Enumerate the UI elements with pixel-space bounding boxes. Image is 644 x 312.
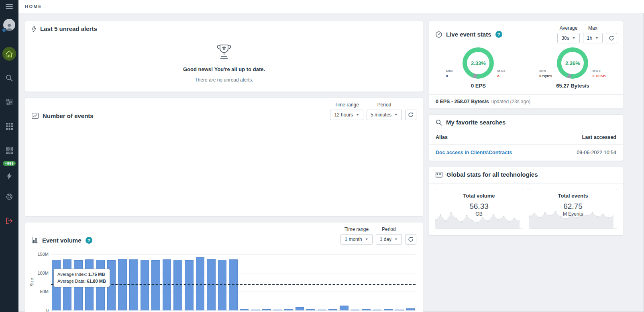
hamburger-menu-icon[interactable]	[0, 0, 18, 13]
sidebar-item-home[interactable]	[2, 47, 16, 61]
sidebar-item-apps[interactable]	[2, 119, 16, 133]
event-volume-chart: Size 150M100M50M0 Average Index: 1.75 MB…	[25, 249, 423, 312]
volume-bar[interactable]	[340, 306, 348, 310]
time-range-select[interactable]: 12 hours ▼	[330, 110, 363, 120]
volume-bar[interactable]	[262, 309, 271, 310]
volume-bar[interactable]	[373, 310, 382, 310]
help-icon[interactable]: ?	[495, 31, 502, 38]
volume-bar[interactable]	[141, 260, 149, 310]
event-volume-title-row: Event volume ?	[32, 237, 92, 245]
sidebar-item-settings[interactable]	[2, 190, 16, 204]
period-value: 1 day	[380, 237, 391, 242]
volume-bar[interactable]	[328, 309, 337, 310]
min-value: 0	[446, 74, 459, 78]
breadcrumb: HOME	[25, 4, 42, 9]
volume-bar[interactable]	[318, 310, 326, 310]
period-select[interactable]: 1 day ▼	[376, 234, 402, 245]
volume-bar[interactable]	[306, 309, 315, 310]
volume-bar[interactable]	[173, 260, 182, 310]
number-of-events-controls: Time range 12 hours ▼ Period 5 minutes ▼	[330, 102, 416, 120]
gridline	[51, 310, 416, 311]
number-of-events-title: Number of events	[43, 112, 94, 119]
bytes-value: 65.27 Bytes/s	[556, 83, 589, 89]
sidebar-item-activity[interactable]	[2, 169, 16, 183]
chart-plot-area: Average Index: 1.75 MB Average Data: 61.…	[51, 254, 416, 310]
eps-gauge: MIN 0 2.33% 0 EPS MAX 3	[446, 47, 511, 89]
tooltip-line2-label: Average Data:	[57, 279, 86, 283]
grid-icon	[6, 123, 13, 130]
bytes-min: MIN 0 Bytes	[539, 69, 553, 78]
live-stats-footer: 0 EPS - 258.07 Bytes/supdated (23s ago)	[429, 94, 623, 108]
sidebar-item-modules[interactable]	[2, 143, 16, 157]
lightning-icon	[32, 26, 36, 32]
total-events-value: 62.75	[529, 202, 617, 211]
volume-bar[interactable]	[273, 310, 282, 310]
volume-bar[interactable]	[395, 310, 404, 310]
max-select[interactable]: 1h ▼	[583, 33, 603, 43]
y-axis-ticks: 150M100M50M0	[35, 254, 51, 310]
favorites-title: My favorite searches	[446, 119, 505, 126]
number-of-events-chart-area	[25, 125, 423, 216]
sidebar-item-search[interactable]	[2, 71, 16, 85]
y-axis-label: Size	[29, 254, 35, 310]
bytes-percent: 2.36%	[561, 52, 584, 74]
sliders-icon	[6, 99, 13, 105]
volume-bar[interactable]	[218, 260, 227, 310]
app-window: +999 HOME	[0, 0, 644, 312]
alias-column-header: Alias	[436, 135, 448, 140]
volume-bar[interactable]	[284, 309, 293, 310]
refresh-button[interactable]	[405, 234, 416, 245]
sidebar-item-filters[interactable]	[2, 95, 16, 109]
volume-bar[interactable]	[185, 260, 194, 310]
volume-bar[interactable]	[362, 309, 371, 310]
last-accessed-value: 09-06-2022 10:54	[577, 150, 616, 155]
favorite-search-link[interactable]: Doc access in Clients\Contracts	[436, 150, 512, 155]
time-range-label: Time range	[344, 226, 369, 232]
y-tick-label: 150M	[37, 252, 49, 257]
tooltip-line1-value: 1.75 MB	[88, 272, 105, 277]
min-value: 0 Bytes	[539, 74, 553, 78]
live-stats-title: Live event stats	[446, 31, 491, 38]
stats-panel-icon	[436, 172, 442, 177]
global-stats-body: Total volume 56.33 GB Total events 62.75…	[429, 184, 623, 235]
refresh-button[interactable]	[405, 110, 416, 120]
bar-chart-icon	[32, 237, 38, 243]
tooltip-line2-value: 61.80 MB	[87, 279, 106, 283]
period-value: 5 minutes	[371, 112, 391, 118]
help-icon[interactable]: ?	[86, 237, 92, 244]
bytes-max: MAX 2.70 KB	[593, 69, 606, 78]
line-chart-icon	[32, 113, 39, 119]
volume-bar[interactable]	[151, 260, 160, 310]
eps-value: 0 EPS	[471, 83, 486, 89]
volume-bar[interactable]	[351, 310, 360, 310]
total-volume-label: Total volume	[435, 189, 523, 199]
period-select[interactable]: 5 minutes ▼	[367, 110, 402, 120]
favorites-title-row: My favorite searches	[436, 119, 505, 126]
logout-icon	[6, 218, 13, 224]
table-row: Doc access in Clients\Contracts 09-06-20…	[429, 145, 623, 161]
total-volume-value: 56.33	[435, 202, 523, 211]
refresh-button[interactable]	[606, 33, 617, 43]
volume-bar[interactable]	[240, 309, 249, 310]
max-value: 1h	[587, 35, 592, 41]
live-event-stats-card: Live event stats ? Average 30s ▼ Max	[429, 21, 623, 109]
total-events-card: Total events 62.75 M Events	[529, 189, 617, 229]
volume-bar[interactable]	[296, 307, 304, 310]
refresh-icon	[609, 35, 614, 41]
sidebar-item-logout[interactable]	[2, 214, 16, 228]
live-stats-controls: Average 30s ▼ Max 1h ▼	[557, 25, 617, 43]
total-events-label: Total events	[529, 189, 617, 199]
max-value: 2.70 KB	[593, 74, 606, 78]
volume-bar[interactable]	[406, 308, 415, 310]
y-tick-label: 50M	[40, 289, 49, 294]
eps-percent: 2.33%	[467, 52, 489, 74]
volume-bar[interactable]	[251, 310, 260, 310]
average-select[interactable]: 30s ▼	[557, 33, 579, 43]
user-avatar[interactable]	[3, 19, 15, 31]
chevron-down-icon: ▼	[394, 238, 398, 241]
volume-bar[interactable]	[384, 309, 393, 310]
time-range-select[interactable]: 1 month ▼	[340, 234, 372, 245]
main-content: Last 5 unread alerts	[18, 13, 644, 312]
min-label: MIN	[539, 69, 553, 73]
favorite-searches-card: My favorite searches Alias Last accessed…	[429, 114, 623, 161]
